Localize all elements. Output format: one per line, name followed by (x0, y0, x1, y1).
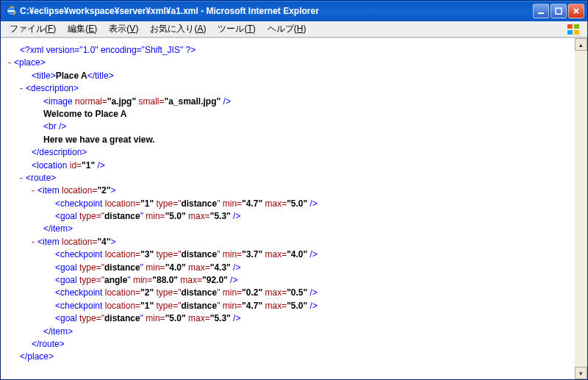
vertical-scrollbar[interactable]: ▴ ▾ (575, 38, 587, 379)
text-here: Here we have a great view. (8, 134, 584, 146)
attr-location-id: "1" (82, 160, 95, 171)
collapse-toggle[interactable]: - (8, 57, 14, 68)
text-title: Place A (56, 71, 87, 81)
chevron-up-icon: ▴ (579, 41, 583, 49)
attr-normal: "a.jpg" (107, 96, 136, 107)
windows-logo-icon (564, 22, 584, 37)
tag-item-close: </item> (8, 326, 584, 338)
attr-small: "a_small.jpg" (164, 96, 220, 107)
collapse-toggle[interactable]: - (32, 185, 37, 196)
attr-item4-loc: "4" (97, 237, 110, 247)
tag-br: <br /> (8, 121, 584, 133)
chevron-down-icon: ▾ (579, 370, 583, 377)
menu-favorites[interactable]: お気に入り(A) (144, 23, 212, 35)
xml-prolog: <?xml version="1.0" encoding="Shift_JIS"… (20, 45, 196, 55)
window-titlebar[interactable]: C:¥eclipse¥workspace¥server¥xml¥a1.xml -… (1, 1, 587, 21)
tag-route-open: <route> (26, 173, 56, 183)
collapse-toggle[interactable]: - (20, 83, 26, 93)
tag-title-close: </title> (87, 71, 114, 81)
menu-bar: ファイル(F) 編集(E) 表示(V) お気に入り(A) ツール(T) ヘルプ(… (1, 21, 587, 37)
menu-view[interactable]: 表示(V) (103, 23, 144, 35)
tag-description-close: </description> (8, 146, 584, 159)
svg-rect-2 (538, 12, 544, 14)
svg-rect-3 (556, 8, 562, 14)
tag-item-close: </item> (8, 223, 584, 235)
minimize-button[interactable] (533, 4, 549, 18)
tag-title-open: <title> (32, 71, 56, 81)
xml-tree: <?xml version="1.0" encoding="Shift_JIS"… (1, 38, 587, 370)
svg-rect-6 (567, 30, 573, 35)
tag-description-open: <description> (26, 83, 79, 93)
collapse-toggle[interactable]: - (32, 237, 37, 247)
close-button[interactable] (568, 4, 584, 18)
scroll-down-button[interactable]: ▾ (575, 367, 587, 379)
maximize-button[interactable] (551, 4, 567, 18)
tag-place-open: <place> (14, 57, 46, 68)
menu-help[interactable]: ヘルプ(H) (262, 23, 312, 35)
tag-place-close: </place> (8, 351, 584, 363)
menu-tools[interactable]: ツール(T) (212, 23, 261, 35)
ie-icon (5, 5, 17, 17)
window-title: C:¥eclipse¥workspace¥server¥xml¥a1.xml -… (20, 6, 533, 16)
svg-rect-7 (574, 30, 579, 35)
attr-item2-loc: "2" (97, 185, 110, 196)
scrollbar-track[interactable] (575, 51, 587, 367)
menu-edit[interactable]: 編集(E) (62, 23, 103, 35)
text-welcome: Welcome to Place A (8, 108, 584, 121)
svg-rect-4 (567, 24, 573, 29)
menu-file[interactable]: ファイル(F) (4, 23, 62, 35)
collapse-toggle[interactable]: - (20, 173, 26, 183)
content-area: <?xml version="1.0" encoding="Shift_JIS"… (1, 37, 587, 379)
svg-rect-5 (574, 24, 579, 29)
scroll-up-button[interactable]: ▴ (575, 38, 587, 51)
tag-route-close: </route> (8, 338, 584, 351)
